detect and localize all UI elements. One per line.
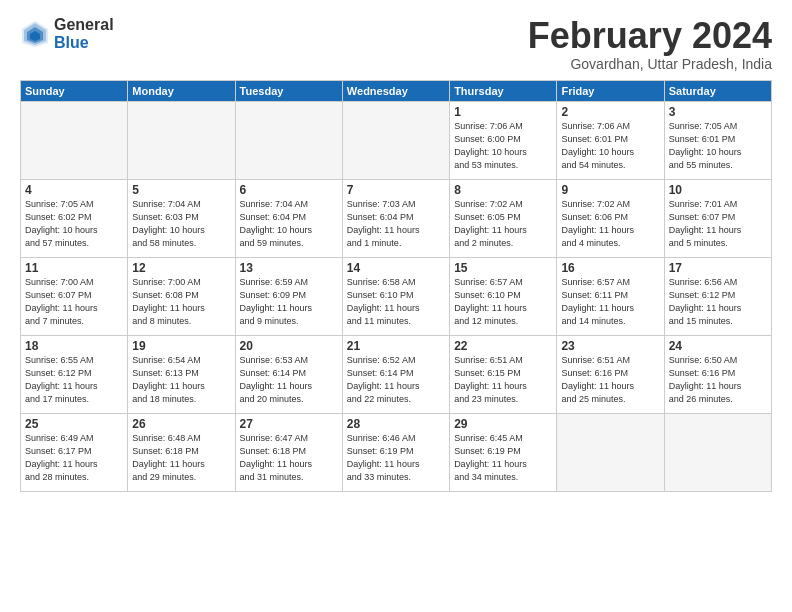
day-number: 11: [25, 261, 123, 275]
table-row: 9Sunrise: 7:02 AM Sunset: 6:06 PM Daylig…: [557, 179, 664, 257]
logo-general-text: General: [54, 16, 114, 34]
day-info: Sunrise: 7:00 AM Sunset: 6:08 PM Dayligh…: [132, 276, 230, 328]
day-number: 10: [669, 183, 767, 197]
day-info: Sunrise: 6:47 AM Sunset: 6:18 PM Dayligh…: [240, 432, 338, 484]
day-info: Sunrise: 7:04 AM Sunset: 6:04 PM Dayligh…: [240, 198, 338, 250]
table-row: 5Sunrise: 7:04 AM Sunset: 6:03 PM Daylig…: [128, 179, 235, 257]
table-row: 3Sunrise: 7:05 AM Sunset: 6:01 PM Daylig…: [664, 101, 771, 179]
col-saturday: Saturday: [664, 80, 771, 101]
day-number: 28: [347, 417, 445, 431]
day-info: Sunrise: 6:49 AM Sunset: 6:17 PM Dayligh…: [25, 432, 123, 484]
day-number: 6: [240, 183, 338, 197]
day-info: Sunrise: 6:53 AM Sunset: 6:14 PM Dayligh…: [240, 354, 338, 406]
table-row: 1Sunrise: 7:06 AM Sunset: 6:00 PM Daylig…: [450, 101, 557, 179]
col-wednesday: Wednesday: [342, 80, 449, 101]
table-row: 24Sunrise: 6:50 AM Sunset: 6:16 PM Dayli…: [664, 335, 771, 413]
day-number: 5: [132, 183, 230, 197]
day-info: Sunrise: 6:54 AM Sunset: 6:13 PM Dayligh…: [132, 354, 230, 406]
day-info: Sunrise: 7:02 AM Sunset: 6:05 PM Dayligh…: [454, 198, 552, 250]
day-number: 20: [240, 339, 338, 353]
table-row: [128, 101, 235, 179]
day-info: Sunrise: 7:03 AM Sunset: 6:04 PM Dayligh…: [347, 198, 445, 250]
day-info: Sunrise: 6:45 AM Sunset: 6:19 PM Dayligh…: [454, 432, 552, 484]
subtitle: Govardhan, Uttar Pradesh, India: [528, 56, 772, 72]
day-number: 15: [454, 261, 552, 275]
day-number: 8: [454, 183, 552, 197]
table-row: 28Sunrise: 6:46 AM Sunset: 6:19 PM Dayli…: [342, 413, 449, 491]
table-row: 22Sunrise: 6:51 AM Sunset: 6:15 PM Dayli…: [450, 335, 557, 413]
title-block: February 2024 Govardhan, Uttar Pradesh, …: [528, 16, 772, 72]
table-row: 8Sunrise: 7:02 AM Sunset: 6:05 PM Daylig…: [450, 179, 557, 257]
day-number: 1: [454, 105, 552, 119]
table-row: [342, 101, 449, 179]
day-number: 9: [561, 183, 659, 197]
day-info: Sunrise: 6:46 AM Sunset: 6:19 PM Dayligh…: [347, 432, 445, 484]
col-tuesday: Tuesday: [235, 80, 342, 101]
day-info: Sunrise: 7:04 AM Sunset: 6:03 PM Dayligh…: [132, 198, 230, 250]
table-row: 13Sunrise: 6:59 AM Sunset: 6:09 PM Dayli…: [235, 257, 342, 335]
table-row: 12Sunrise: 7:00 AM Sunset: 6:08 PM Dayli…: [128, 257, 235, 335]
day-info: Sunrise: 6:58 AM Sunset: 6:10 PM Dayligh…: [347, 276, 445, 328]
col-friday: Friday: [557, 80, 664, 101]
table-row: 18Sunrise: 6:55 AM Sunset: 6:12 PM Dayli…: [21, 335, 128, 413]
day-number: 13: [240, 261, 338, 275]
day-number: 14: [347, 261, 445, 275]
day-number: 26: [132, 417, 230, 431]
table-row: [21, 101, 128, 179]
day-info: Sunrise: 6:57 AM Sunset: 6:10 PM Dayligh…: [454, 276, 552, 328]
table-row: 21Sunrise: 6:52 AM Sunset: 6:14 PM Dayli…: [342, 335, 449, 413]
calendar-week-row: 1Sunrise: 7:06 AM Sunset: 6:00 PM Daylig…: [21, 101, 772, 179]
day-number: 19: [132, 339, 230, 353]
day-info: Sunrise: 6:56 AM Sunset: 6:12 PM Dayligh…: [669, 276, 767, 328]
day-info: Sunrise: 7:01 AM Sunset: 6:07 PM Dayligh…: [669, 198, 767, 250]
page: General Blue February 2024 Govardhan, Ut…: [0, 0, 792, 612]
table-row: 14Sunrise: 6:58 AM Sunset: 6:10 PM Dayli…: [342, 257, 449, 335]
calendar-week-row: 4Sunrise: 7:05 AM Sunset: 6:02 PM Daylig…: [21, 179, 772, 257]
day-number: 29: [454, 417, 552, 431]
logo: General Blue: [20, 16, 114, 51]
logo-blue-text: Blue: [54, 34, 114, 52]
header: General Blue February 2024 Govardhan, Ut…: [20, 16, 772, 72]
day-number: 16: [561, 261, 659, 275]
table-row: 27Sunrise: 6:47 AM Sunset: 6:18 PM Dayli…: [235, 413, 342, 491]
day-info: Sunrise: 6:57 AM Sunset: 6:11 PM Dayligh…: [561, 276, 659, 328]
day-number: 18: [25, 339, 123, 353]
day-number: 2: [561, 105, 659, 119]
day-number: 25: [25, 417, 123, 431]
day-number: 3: [669, 105, 767, 119]
day-number: 12: [132, 261, 230, 275]
table-row: [235, 101, 342, 179]
day-info: Sunrise: 6:50 AM Sunset: 6:16 PM Dayligh…: [669, 354, 767, 406]
table-row: 16Sunrise: 6:57 AM Sunset: 6:11 PM Dayli…: [557, 257, 664, 335]
table-row: [664, 413, 771, 491]
day-info: Sunrise: 6:55 AM Sunset: 6:12 PM Dayligh…: [25, 354, 123, 406]
day-info: Sunrise: 6:52 AM Sunset: 6:14 PM Dayligh…: [347, 354, 445, 406]
logo-text: General Blue: [54, 16, 114, 51]
calendar: Sunday Monday Tuesday Wednesday Thursday…: [20, 80, 772, 492]
day-number: 7: [347, 183, 445, 197]
table-row: 19Sunrise: 6:54 AM Sunset: 6:13 PM Dayli…: [128, 335, 235, 413]
main-title: February 2024: [528, 16, 772, 56]
table-row: 29Sunrise: 6:45 AM Sunset: 6:19 PM Dayli…: [450, 413, 557, 491]
day-info: Sunrise: 6:59 AM Sunset: 6:09 PM Dayligh…: [240, 276, 338, 328]
table-row: 20Sunrise: 6:53 AM Sunset: 6:14 PM Dayli…: [235, 335, 342, 413]
col-thursday: Thursday: [450, 80, 557, 101]
day-number: 4: [25, 183, 123, 197]
calendar-week-row: 11Sunrise: 7:00 AM Sunset: 6:07 PM Dayli…: [21, 257, 772, 335]
table-row: [557, 413, 664, 491]
table-row: 11Sunrise: 7:00 AM Sunset: 6:07 PM Dayli…: [21, 257, 128, 335]
table-row: 6Sunrise: 7:04 AM Sunset: 6:04 PM Daylig…: [235, 179, 342, 257]
table-row: 26Sunrise: 6:48 AM Sunset: 6:18 PM Dayli…: [128, 413, 235, 491]
table-row: 23Sunrise: 6:51 AM Sunset: 6:16 PM Dayli…: [557, 335, 664, 413]
day-info: Sunrise: 7:06 AM Sunset: 6:01 PM Dayligh…: [561, 120, 659, 172]
day-number: 17: [669, 261, 767, 275]
day-info: Sunrise: 7:00 AM Sunset: 6:07 PM Dayligh…: [25, 276, 123, 328]
table-row: 25Sunrise: 6:49 AM Sunset: 6:17 PM Dayli…: [21, 413, 128, 491]
day-info: Sunrise: 6:48 AM Sunset: 6:18 PM Dayligh…: [132, 432, 230, 484]
day-info: Sunrise: 6:51 AM Sunset: 6:15 PM Dayligh…: [454, 354, 552, 406]
col-monday: Monday: [128, 80, 235, 101]
table-row: 4Sunrise: 7:05 AM Sunset: 6:02 PM Daylig…: [21, 179, 128, 257]
day-number: 21: [347, 339, 445, 353]
table-row: 7Sunrise: 7:03 AM Sunset: 6:04 PM Daylig…: [342, 179, 449, 257]
day-info: Sunrise: 7:05 AM Sunset: 6:01 PM Dayligh…: [669, 120, 767, 172]
